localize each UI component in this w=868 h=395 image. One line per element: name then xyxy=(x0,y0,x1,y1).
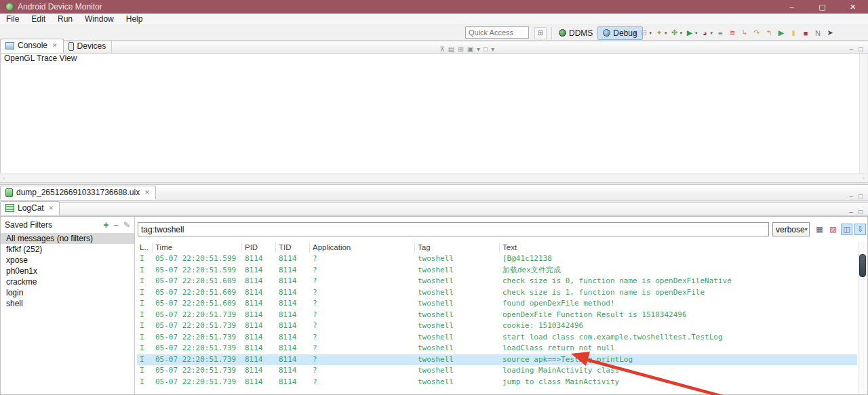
clear-log-icon[interactable]: ▨ xyxy=(827,224,839,235)
disconnect-icon[interactable]: N ▾ xyxy=(813,29,823,37)
add-filter-icon[interactable]: + xyxy=(103,220,108,230)
menu-item[interactable]: Run xyxy=(52,14,79,24)
console-horizontal-scrollbar[interactable]: ‹ › xyxy=(1,173,867,182)
display-selected-console-icon[interactable]: ▣ xyxy=(467,45,473,53)
filter-list-item[interactable]: ph0en1x xyxy=(1,266,134,276)
column-header[interactable]: TID xyxy=(276,243,310,253)
close-window-icon[interactable]: ✕ xyxy=(837,0,868,14)
filter-list-item[interactable]: fkfkf (252) xyxy=(1,244,134,255)
column-header[interactable]: PID xyxy=(242,243,276,253)
log-row[interactable]: I 05-07 22:20:51.599 8114 8114 ? twoshel… xyxy=(137,265,857,276)
log-application-cell: ? xyxy=(310,276,415,287)
open-console-icon[interactable]: □ xyxy=(484,45,488,53)
scroll-right-icon[interactable]: › xyxy=(863,175,865,182)
menu-item[interactable]: Window xyxy=(79,14,120,24)
step-into-icon[interactable]: ↳ ▾ xyxy=(740,28,749,37)
new-launch-icon[interactable]: ✦ ▾ xyxy=(654,28,667,37)
filter-list-item[interactable]: xpose xyxy=(1,255,134,266)
select-pointer-icon[interactable]: ➤ ▾ xyxy=(825,28,835,37)
clear-console-icon[interactable]: ⊞ xyxy=(458,45,463,53)
dropdown-chevron-icon[interactable]: ▾ xyxy=(711,30,713,36)
save-all-icon[interactable]: ⊟ ▾ xyxy=(639,28,652,37)
log-row[interactable]: I 05-07 22:20:51.609 8114 8114 ? twoshel… xyxy=(137,276,857,287)
scrollbar-thumb[interactable] xyxy=(859,254,866,277)
log-row[interactable]: I 05-07 22:20:51.739 8114 8114 ? twoshel… xyxy=(137,320,857,332)
log-level-select[interactable]: verbose ▾ xyxy=(772,222,810,236)
filter-list-item[interactable]: All messages (no filters) xyxy=(1,233,134,244)
debug-launch-icon[interactable]: ✤ ▾ xyxy=(670,28,683,37)
minimize-logcat-panel-icon[interactable]: – xyxy=(849,208,853,215)
perspective-ddms-button[interactable]: DDMS xyxy=(554,26,597,40)
close-dump-tab-icon[interactable]: ✕ xyxy=(144,189,150,196)
tab-dump-uix[interactable]: dump_2651266910331736688.uix ✕ xyxy=(0,186,156,200)
tab-logcat[interactable]: LogCat ✕ xyxy=(0,201,60,215)
log-row[interactable]: I 05-07 22:20:51.609 8114 8114 ? twoshel… xyxy=(137,298,857,310)
maximize-logcat-panel-icon[interactable]: □ xyxy=(859,208,863,215)
minimize-console-panel-icon[interactable]: – xyxy=(849,45,853,53)
console-vertical-scrollbar[interactable] xyxy=(859,54,867,173)
column-header[interactable]: Time xyxy=(153,243,242,253)
step-return-icon[interactable]: ↰ ▾ xyxy=(764,28,774,37)
scroll-left-icon[interactable]: ‹ xyxy=(3,175,5,182)
log-row[interactable]: I 05-07 22:20:51.739 8114 8114 ? twoshel… xyxy=(137,377,857,388)
log-row[interactable]: I 05-07 22:20:51.739 8114 8114 ? twoshel… xyxy=(137,343,857,354)
tab-devices[interactable]: Devices xyxy=(64,40,113,53)
logcat-search-input[interactable] xyxy=(138,222,769,236)
expand-snippets-icon[interactable]: ⇣ ▾ xyxy=(624,28,637,37)
run-icon[interactable]: ▶ ▾ xyxy=(685,28,698,37)
coverage-icon[interactable]: ◕ ▾ xyxy=(701,29,713,37)
log-time-cell: 05-07 22:20:51.739 xyxy=(153,320,242,332)
filter-fields-icon[interactable]: ≡ ▾ xyxy=(715,29,725,37)
suspend-icon[interactable]: ‖ ▾ xyxy=(789,29,798,37)
profile-icon[interactable]: ≋ ▾ xyxy=(728,28,737,37)
close-console-tab-icon[interactable]: ✕ xyxy=(52,42,58,49)
column-header[interactable]: L.. xyxy=(137,243,153,253)
log-row[interactable]: I 05-07 22:20:51.739 8114 8114 ? twoshel… xyxy=(137,332,857,344)
log-row[interactable]: I 05-07 22:20:51.739 8114 8114 ? twoshel… xyxy=(137,365,857,377)
maximize-editor-panel-icon[interactable]: □ xyxy=(859,192,863,200)
terminate-icon[interactable]: ■ ▾ xyxy=(801,29,810,37)
log-row[interactable]: I 05-07 22:20:51.599 8114 8114 ? twoshel… xyxy=(137,253,857,265)
logcat-vertical-scrollbar[interactable] xyxy=(858,242,867,394)
remove-filter-icon[interactable]: − xyxy=(113,220,119,230)
column-header[interactable]: Application xyxy=(310,243,415,253)
close-logcat-tab-icon[interactable]: ✕ xyxy=(49,205,54,211)
resume-icon[interactable]: ▶ ▾ xyxy=(776,28,786,37)
dropdown-chevron-icon[interactable]: ▾ xyxy=(650,30,652,36)
scroll-to-bottom-icon[interactable]: ⇩ xyxy=(854,224,866,235)
menu-item[interactable]: File xyxy=(0,14,25,24)
column-header[interactable]: Tag xyxy=(415,243,500,253)
scroll-lock-icon[interactable]: ▤ xyxy=(448,45,454,53)
display-console-dropdown-icon[interactable]: ▾ xyxy=(477,45,480,53)
filter-list-item[interactable]: crackme xyxy=(1,276,134,287)
open-console-dropdown-icon[interactable]: ▾ xyxy=(491,45,494,53)
menu-item[interactable]: Edit xyxy=(25,14,52,24)
open-perspective-icon[interactable]: ⊞ xyxy=(534,27,547,39)
log-application-cell: ? xyxy=(310,310,415,321)
filter-list-item[interactable]: login xyxy=(1,287,134,298)
minimize-window-icon[interactable]: – xyxy=(776,0,807,14)
log-row[interactable]: I 05-07 22:20:51.609 8114 8114 ? twoshel… xyxy=(137,287,857,299)
pin-console-icon[interactable]: ⊼ xyxy=(439,45,444,53)
tab-console[interactable]: Console ✕ xyxy=(0,39,64,53)
log-row[interactable]: I 05-07 22:20:51.739 8114 8114 ? twoshel… xyxy=(137,310,857,321)
log-text-cell: check size is 1, function name is openDe… xyxy=(500,287,857,299)
edit-filter-icon[interactable]: ✎ xyxy=(123,220,130,230)
save-log-icon[interactable]: ▦ xyxy=(814,224,825,235)
dropdown-chevron-icon[interactable]: ▾ xyxy=(680,30,683,36)
menu-item[interactable]: Help xyxy=(120,14,149,24)
display-pane-icon[interactable]: ◫ xyxy=(841,224,852,235)
dropdown-chevron-icon[interactable]: ▾ xyxy=(634,30,637,36)
step-over-icon[interactable]: ↷ ▾ xyxy=(752,28,762,37)
maximize-console-panel-icon[interactable]: □ xyxy=(859,45,863,53)
quick-access-input[interactable] xyxy=(465,26,529,39)
dropdown-chevron-icon[interactable]: ▾ xyxy=(695,30,698,36)
column-header[interactable]: Text xyxy=(500,243,857,253)
console-content-area xyxy=(0,64,867,173)
filter-list-item[interactable]: shell xyxy=(1,298,134,309)
minimize-editor-panel-icon[interactable]: – xyxy=(849,192,853,200)
maximize-window-icon[interactable]: ▢ xyxy=(807,0,837,14)
dropdown-chevron-icon[interactable]: ▾ xyxy=(665,30,667,36)
log-row[interactable]: I 05-07 22:20:51.739 8114 8114 ? twoshel… xyxy=(137,354,857,366)
log-table: L..TimePIDTIDApplicationTagText I 05-07 … xyxy=(137,242,857,394)
